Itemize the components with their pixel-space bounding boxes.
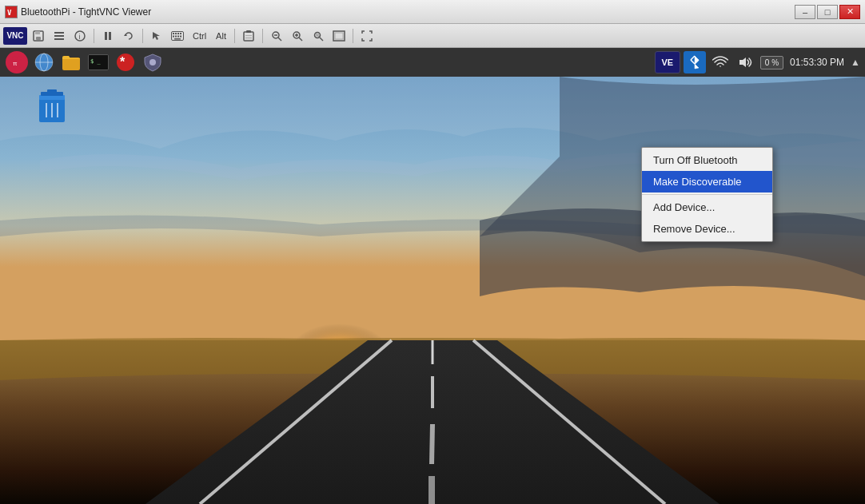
svg-rect-17 <box>177 33 179 34</box>
desktop-trash-icon[interactable] <box>36 89 68 125</box>
title-bar: V BluetoothPi - TightVNC Viewer – □ ✕ <box>0 0 865 24</box>
taskbar-shield[interactable] <box>141 50 165 74</box>
svg-rect-25 <box>246 30 251 33</box>
title-bar-controls: – □ ✕ <box>795 5 860 19</box>
menu-item-remove-device[interactable]: Remove Device... <box>642 218 772 240</box>
toolbar-sep-5 <box>353 29 353 43</box>
toolbar-sep-3 <box>234 29 235 43</box>
svg-rect-27 <box>245 38 252 38</box>
tray-clock: 01:53:30 PM <box>787 57 847 68</box>
zoom-in-toolbar-btn[interactable] <box>288 27 307 45</box>
menu-item-label: Turn Off Bluetooth <box>653 154 738 166</box>
svg-rect-15 <box>173 33 174 34</box>
bluetooth-context-menu: Turn Off Bluetooth Make Discoverable Add… <box>641 147 773 242</box>
menu-item-make-discoverable[interactable]: Make Discoverable <box>642 171 772 192</box>
svg-text:V: V <box>7 9 12 17</box>
svg-line-60 <box>432 424 432 464</box>
svg-rect-24 <box>244 32 253 41</box>
tray-volume-icon[interactable] <box>735 51 757 73</box>
close-button[interactable]: ✕ <box>839 5 860 19</box>
svg-rect-20 <box>175 35 177 37</box>
svg-text:%: % <box>316 33 320 38</box>
svg-rect-5 <box>54 32 64 34</box>
tray-wifi-icon[interactable] <box>709 51 731 73</box>
svg-rect-3 <box>35 31 40 34</box>
desktop: Turn Off Bluetooth Make Discoverable Add… <box>0 77 865 504</box>
svg-rect-4 <box>36 37 41 40</box>
svg-line-36 <box>320 38 323 41</box>
svg-text:i: i <box>79 33 81 41</box>
zoom-out-toolbar-btn[interactable] <box>267 27 286 45</box>
vnc-toolbar-icon[interactable]: VNC <box>3 27 27 45</box>
svg-rect-48 <box>62 58 80 70</box>
terminal-icon: $ _ <box>88 54 109 70</box>
svg-rect-70 <box>47 89 57 93</box>
svg-text:*: * <box>120 55 126 69</box>
menu-item-turn-off-bluetooth[interactable]: Turn Off Bluetooth <box>642 149 772 171</box>
save-toolbar-btn[interactable] <box>29 27 48 45</box>
title-bar-left: V BluetoothPi - TightVNC Viewer <box>5 6 151 18</box>
tray-bluetooth-icon[interactable] <box>684 51 706 73</box>
zoom-full-toolbar-btn[interactable] <box>329 27 349 45</box>
taskbar-terminal[interactable]: $ _ <box>86 50 110 74</box>
trash-svg <box>36 89 68 125</box>
window-title: BluetoothPi - TightVNC Viewer <box>21 6 151 18</box>
tray-vnc-indicator[interactable]: VE <box>655 51 680 73</box>
menu-item-label: Remove Device... <box>653 223 735 235</box>
svg-rect-39 <box>335 33 343 39</box>
battery-text: 0 % <box>765 58 779 67</box>
svg-text:$ _: $ _ <box>90 58 101 65</box>
menu-separator <box>642 194 772 195</box>
svg-rect-7 <box>54 38 64 40</box>
svg-rect-16 <box>175 33 177 34</box>
keyboard-toolbar-btn[interactable] <box>168 27 187 45</box>
tray-scroll-arrow[interactable]: ▲ <box>851 57 860 68</box>
cursor-toolbar-btn[interactable] <box>147 27 166 45</box>
landscape-svg <box>0 77 865 504</box>
svg-rect-19 <box>173 35 174 37</box>
svg-rect-22 <box>180 35 181 37</box>
toolbar-sep-4 <box>262 29 263 43</box>
menu-item-label: Make Discoverable <box>653 176 742 188</box>
svg-marker-13 <box>153 32 160 40</box>
svg-rect-6 <box>54 35 64 37</box>
taskbar-burst[interactable]: * <box>114 50 138 74</box>
minimize-button[interactable]: – <box>795 5 815 19</box>
taskbar: π $ _ * <box>0 48 865 77</box>
svg-point-42 <box>18 57 22 61</box>
svg-line-29 <box>278 38 281 41</box>
svg-text:π: π <box>13 60 18 67</box>
clock-time: 01:53:30 PM <box>790 57 844 68</box>
desktop-background <box>0 77 865 504</box>
info-toolbar-btn[interactable]: i <box>70 27 90 45</box>
svg-line-32 <box>299 38 302 41</box>
vnc-tray-label: VE <box>661 58 673 67</box>
taskbar-web-browser[interactable] <box>32 50 56 74</box>
ctrl-toolbar-btn[interactable]: Ctrl <box>189 27 210 45</box>
refresh-toolbar-btn[interactable] <box>119 27 138 45</box>
svg-rect-10 <box>105 32 107 40</box>
toolbar-sep-2 <box>142 29 143 43</box>
svg-rect-23 <box>174 38 181 40</box>
svg-rect-18 <box>180 33 181 34</box>
svg-rect-26 <box>245 35 252 36</box>
taskbar-file-manager[interactable] <box>59 50 83 74</box>
vnc-app-icon: V <box>5 6 18 18</box>
tray-battery-indicator[interactable]: 0 % <box>760 56 783 69</box>
svg-rect-11 <box>109 32 111 40</box>
fullscreen-toolbar-btn[interactable] <box>357 27 377 45</box>
pi-icon: π <box>6 51 28 73</box>
clipboard-toolbar-btn[interactable] <box>239 27 258 45</box>
maximize-button[interactable]: □ <box>817 5 838 19</box>
pause-toolbar-btn[interactable] <box>98 27 118 45</box>
toolbar-sep-1 <box>94 29 94 43</box>
properties-toolbar-btn[interactable] <box>50 27 69 45</box>
system-tray: VE <box>655 51 860 73</box>
zoom-fit-toolbar-btn[interactable]: % <box>309 27 328 45</box>
menu-item-add-device[interactable]: Add Device... <box>642 196 772 218</box>
alt-toolbar-btn[interactable]: Alt <box>212 27 230 45</box>
svg-marker-54 <box>739 58 746 67</box>
menu-item-label: Add Device... <box>653 201 715 213</box>
taskbar-raspberry-pi[interactable]: π <box>5 50 29 74</box>
toolbar: VNC i Ctrl Alt % <box>0 24 865 48</box>
